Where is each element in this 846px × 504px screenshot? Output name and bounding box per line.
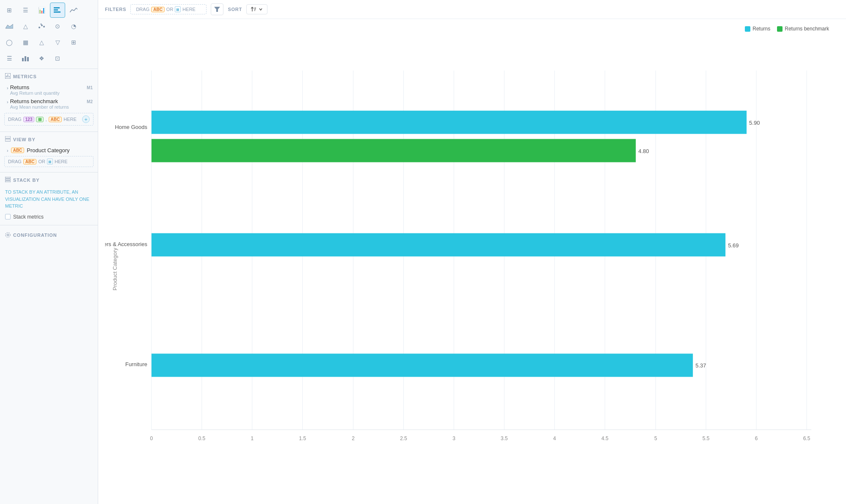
chart-svg-container: Product Category: [105, 37, 832, 497]
treemap-icon-btn[interactable]: ▦: [18, 35, 33, 50]
metric-badge-returns: M1: [87, 85, 93, 90]
metric-name-returns: Returns: [10, 84, 60, 90]
stackby-header: STACK BY: [0, 173, 98, 186]
funnel-icon-btn[interactable]: ▽: [50, 35, 65, 50]
comma-label: ,: [45, 117, 47, 122]
table-icon-btn[interactable]: ⊞: [66, 35, 81, 50]
metrics-section: METRICS › Returns Avg Return unit quanti…: [0, 69, 98, 132]
stackby-icon: [5, 177, 11, 184]
viewby-item-category[interactable]: › ABC Product Category: [0, 145, 98, 154]
top-toolbar: FILTERS DRAG ABC OR ▦ HERE SORT: [98, 0, 846, 19]
here-label: HERE: [63, 117, 77, 122]
category-label-furniture: Furniture: [125, 361, 147, 367]
column-chart-icon-btn[interactable]: [18, 51, 33, 66]
chart-area: Returns Returns benchmark Product Catego…: [98, 19, 846, 504]
metric-badge-benchmark: M2: [87, 99, 93, 104]
svg-point-19: [7, 234, 9, 236]
cal-badge: ⊞: [36, 117, 44, 122]
bar-value-home-goods-returns: 5.90: [749, 120, 760, 126]
bar-furniture-returns: [152, 353, 693, 377]
left-panel: ⊞ ☰ 📊 △: [0, 0, 98, 504]
funnel-button[interactable]: [211, 3, 223, 15]
legend-label-returns: Returns: [752, 26, 770, 32]
drag-viewby-bar[interactable]: DRAG ABC OR ▦ HERE: [4, 156, 94, 167]
viewby-icon: [5, 136, 11, 143]
y-axis-title: Product Category: [112, 247, 118, 290]
abc-badge-viewby-drag: ABC: [23, 159, 37, 164]
svg-rect-16: [5, 177, 11, 178]
x-label-55: 5.5: [703, 436, 710, 441]
legend-item-returns: Returns: [745, 26, 770, 32]
svg-rect-0: [54, 7, 60, 8]
bar-home-goods-benchmark: [152, 139, 636, 162]
stack-metrics-checkbox[interactable]: [5, 214, 11, 219]
svg-point-6: [41, 24, 42, 25]
x-label-45: 4.5: [601, 436, 609, 441]
or-viewby-label: OR: [38, 159, 45, 164]
pivot-icon-btn[interactable]: ☰: [2, 51, 17, 66]
svg-marker-21: [214, 7, 220, 12]
grid-icon-btn[interactable]: ⊞: [2, 3, 17, 18]
x-label-1: 1: [251, 436, 254, 441]
metric-item-returns[interactable]: › Returns Avg Return unit quantity M1: [0, 82, 98, 96]
viewby-item-label: Product Category: [27, 147, 69, 153]
x-label-3: 3: [452, 436, 455, 441]
mountain-icon-btn[interactable]: △: [18, 19, 33, 34]
svg-rect-17: [5, 179, 11, 180]
donut-icon-btn[interactable]: ◯: [2, 35, 17, 50]
viewby-chevron: ›: [7, 148, 8, 153]
pyramid-icon-btn[interactable]: △: [34, 35, 49, 50]
scatter-icon-btn[interactable]: [34, 19, 49, 34]
stack-checkbox-row: Stack metrics: [0, 212, 98, 222]
stack-notice: TO STACK BY AN ATTRIBUTE, AN VISUALIZATI…: [0, 186, 98, 212]
stack-metrics-label: Stack metrics: [13, 214, 44, 220]
bar-value-home-goods-benchmark: 4.80: [638, 148, 649, 154]
viewby-header: VIEW BY: [0, 132, 98, 145]
metric-chevron-returns: ›: [7, 85, 8, 90]
legend-color-benchmark: [777, 26, 783, 32]
add-metric-btn[interactable]: +: [82, 115, 90, 123]
bubble-icon-btn[interactable]: ⊙: [50, 19, 65, 34]
svg-rect-2: [54, 11, 61, 13]
metrics-header: METRICS: [0, 69, 98, 82]
list-icon-btn[interactable]: ☰: [18, 3, 33, 18]
svg-point-5: [43, 26, 45, 27]
svg-rect-18: [5, 181, 11, 182]
svg-rect-7: [22, 58, 24, 61]
line-chart-icon-btn[interactable]: [66, 3, 81, 18]
legend-item-benchmark: Returns benchmark: [777, 26, 829, 32]
filter-drag-bar[interactable]: DRAG ABC OR ▦ HERE: [130, 4, 207, 14]
bar-chart-icon-btn[interactable]: 📊: [34, 3, 49, 18]
area-chart-icon-btn[interactable]: [2, 19, 17, 34]
chart-svg: Product Category: [105, 37, 832, 497]
pie-icon-btn[interactable]: ◔: [66, 19, 81, 34]
svg-rect-15: [5, 139, 11, 141]
map-icon-btn[interactable]: ⊡: [50, 51, 65, 66]
sort-button[interactable]: [246, 4, 267, 14]
drag-viewby-text: DRAG: [8, 159, 22, 164]
config-header[interactable]: CONFIGURATION: [0, 229, 98, 242]
x-label-05: 0.5: [198, 436, 206, 441]
filter-or-label: OR: [166, 7, 174, 12]
bar-horizontal-icon-btn[interactable]: [50, 3, 65, 18]
viewby-label: VIEW BY: [13, 137, 36, 142]
legend-color-returns: [745, 26, 750, 32]
drag-metrics-bar[interactable]: DRAG 123 ⊞ , ABC HERE +: [4, 113, 94, 126]
bar-home-goods-returns: [152, 111, 747, 134]
legend-label-benchmark: Returns benchmark: [785, 26, 829, 32]
x-label-65: 6.5: [803, 436, 810, 441]
config-section: CONFIGURATION: [0, 225, 98, 245]
drag-label: DRAG: [8, 117, 22, 122]
sort-label: SORT: [228, 7, 242, 12]
x-label-15: 1.5: [299, 436, 306, 441]
main-content: FILTERS DRAG ABC OR ▦ HERE SORT: [98, 0, 846, 504]
filter-here-label: HERE: [182, 7, 196, 12]
filter-calendar-icon: ▦: [175, 6, 181, 12]
svg-rect-14: [5, 136, 11, 138]
stackby-label: STACK BY: [13, 178, 39, 183]
complex-icon-btn[interactable]: ❖: [34, 51, 49, 66]
category-label-home-goods: Home Goods: [115, 124, 147, 130]
svg-rect-9: [27, 57, 29, 61]
metric-item-benchmark[interactable]: › Returns benchmark Avg Mean number of r…: [0, 96, 98, 110]
filter-drag-text: DRAG: [136, 7, 149, 12]
